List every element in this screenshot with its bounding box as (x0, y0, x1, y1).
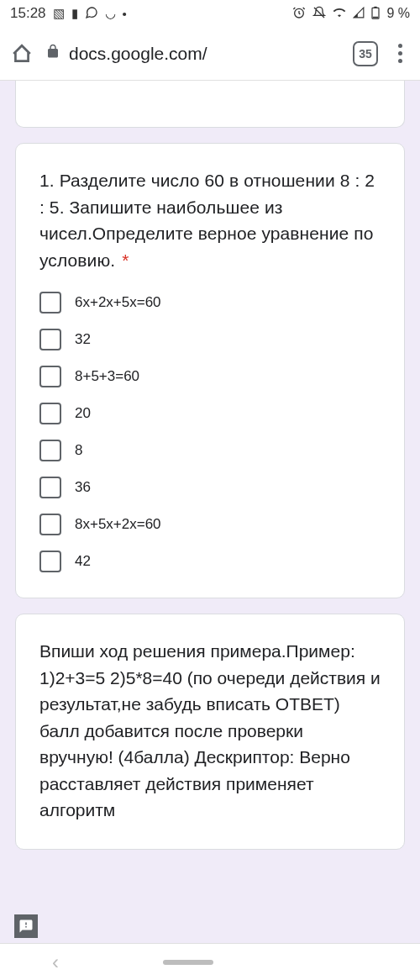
checkbox-icon[interactable] (39, 514, 61, 535)
checkbox-icon[interactable] (39, 366, 61, 387)
option-2[interactable]: 8+5+3=60 (39, 366, 381, 387)
nav-back-button[interactable]: ‹ (52, 951, 59, 974)
question-title: 1. Разделите число 60 в отношении 8 : 2 … (39, 167, 381, 273)
option-label: 36 (75, 479, 91, 496)
option-label: 8+5+3=60 (75, 368, 139, 385)
browser-bar: docs.google.com/ 35 (0, 27, 420, 81)
option-label: 8x+5x+2x=60 (75, 516, 161, 533)
picture-icon: ▧ (53, 6, 65, 21)
option-5[interactable]: 36 (39, 477, 381, 498)
required-asterisk: * (122, 250, 129, 270)
whatsapp-icon (85, 6, 98, 22)
dot-icon: • (123, 7, 127, 21)
question-card: 1. Разделите число 60 в отношении 8 : 2 … (15, 143, 405, 598)
alarm-icon (292, 6, 306, 22)
checkbox-icon[interactable] (39, 292, 61, 313)
status-bar: 15:28 ▧ ▮ ◡ • 9 % (0, 0, 420, 27)
checkbox-icon[interactable] (39, 403, 61, 424)
question-text: 1. Разделите число 60 в отношении 8 : 2 … (39, 171, 375, 270)
status-time: 15:28 (10, 5, 46, 22)
option-label: 6x+2x+5x=60 (75, 294, 161, 311)
lock-icon (45, 44, 60, 63)
option-label: 8 (75, 442, 82, 459)
wifi-icon (333, 6, 346, 22)
status-left: 15:28 ▧ ▮ ◡ • (10, 5, 127, 22)
content-area: 1. Разделите число 60 в отношении 8 : 2 … (0, 81, 420, 850)
nav-bar: ‹ (0, 943, 420, 980)
checkbox-icon[interactable] (39, 329, 61, 350)
previous-card-partial (15, 81, 405, 128)
battery-percent: 9 % (386, 6, 410, 21)
option-4[interactable]: 8 (39, 440, 381, 461)
option-1[interactable]: 32 (39, 329, 381, 350)
home-button[interactable] (10, 42, 34, 66)
tab-count-text: 35 (359, 47, 372, 61)
options-list: 6x+2x+5x=60 32 8+5+3=60 20 8 36 (39, 292, 381, 572)
option-7[interactable]: 42 (39, 551, 381, 572)
description-card: Впиши ход решения примера.Пример: 1)2+3=… (15, 614, 405, 850)
svg-rect-2 (375, 6, 377, 8)
notification-icon: ◡ (105, 6, 116, 21)
battery-icon (371, 6, 380, 22)
nav-home-handle[interactable] (163, 960, 213, 965)
option-6[interactable]: 8x+5x+2x=60 (39, 514, 381, 535)
signal-icon (353, 7, 365, 21)
url-bar[interactable]: docs.google.com/ (45, 44, 341, 64)
url-text: docs.google.com/ (69, 44, 207, 64)
battery-saver-icon: ▮ (71, 6, 78, 21)
option-label: 42 (75, 553, 91, 570)
svg-rect-3 (373, 16, 378, 18)
checkbox-icon[interactable] (39, 477, 61, 498)
menu-button[interactable] (390, 44, 410, 63)
tab-switcher[interactable]: 35 (353, 41, 378, 66)
checkbox-icon[interactable] (39, 551, 61, 572)
checkbox-icon[interactable] (39, 440, 61, 461)
feedback-button[interactable] (14, 914, 38, 938)
status-right: 9 % (292, 6, 410, 22)
option-label: 20 (75, 405, 91, 422)
description-text: Впиши ход решения примера.Пример: 1)2+3=… (39, 638, 381, 824)
mute-icon (312, 6, 326, 22)
option-label: 32 (75, 331, 91, 348)
option-0[interactable]: 6x+2x+5x=60 (39, 292, 381, 313)
option-3[interactable]: 20 (39, 403, 381, 424)
